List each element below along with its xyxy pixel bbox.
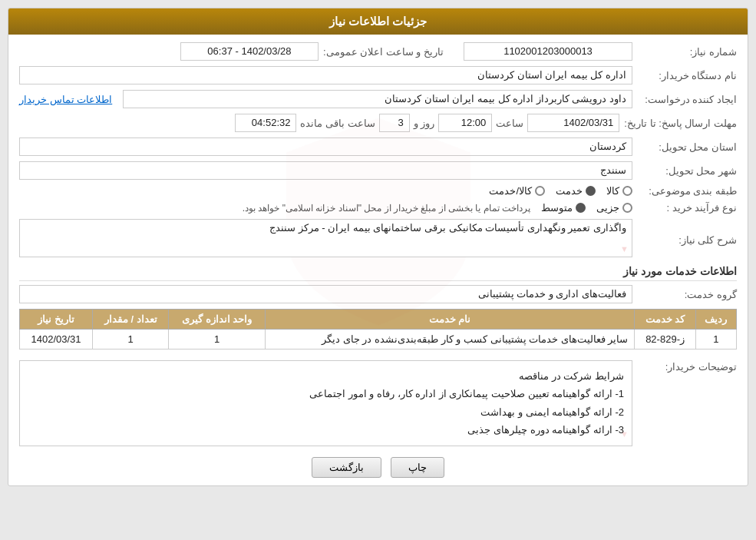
card-title: جزئیات اطلاعات نیاز <box>8 8 748 35</box>
saat-label: ساعت <box>496 118 523 129</box>
radio-khadamat-label: خدمت <box>556 185 583 197</box>
tabaqe-label: طبقه بندی موضوعی: <box>637 185 737 197</box>
mohlat-label: مهلت ارسال پاسخ: تا تاریخ: <box>624 118 737 129</box>
page-wrapper: finder.net جزئیات اطلاعات نیاز شماره نیا… <box>0 0 756 540</box>
shomara-value: 1102001203000013 <box>464 42 632 61</box>
col-kod: کد خدمت <box>635 310 695 330</box>
ijad-konande-row: ایجاد کننده درخواست: داود درویشی کاربردا… <box>19 90 737 108</box>
btn-bazgasht[interactable]: بازگشت <box>312 457 381 478</box>
cell-radif: 1 <box>695 330 736 350</box>
radio-jozvi-label: جزیی <box>596 202 619 214</box>
main-card: finder.net جزئیات اطلاعات نیاز شماره نیا… <box>8 8 748 486</box>
tarikh-saat-value: 1402/03/28 - 06:37 <box>180 42 319 61</box>
col-tedad: تعداد / مقدار <box>93 310 169 330</box>
cell-tarikh: 1402/03/31 <box>20 330 93 350</box>
btn-chap[interactable]: چاپ <box>391 457 444 478</box>
date-value: 1402/03/31 <box>527 114 619 132</box>
nav-farayand-label: نوع فرآیند خرید : <box>637 202 737 214</box>
radio-jozvi-circle[interactable] <box>622 203 632 213</box>
radio-khadamat-item: خدمت <box>556 185 596 197</box>
col-vahed: واحد اندازه گیری <box>169 310 265 330</box>
tosih-row: توضیحات خریدار: ▼ شرایط شرکت در مناقصه1-… <box>19 357 737 446</box>
col-radif: ردیف <box>695 310 736 330</box>
name-dastgah-row: نام دستگاه خریدار: اداره کل بیمه ایران ا… <box>19 66 737 84</box>
ijad-konande-value: داود درویشی کاربرداز اداره کل بیمه ایران… <box>123 90 632 108</box>
sharh-label: شرح کلی نیاز: <box>637 230 737 246</box>
name-dastgah-label: نام دستگاه خریدار: <box>637 70 737 81</box>
radio-motavaset-circle[interactable] <box>576 203 586 213</box>
shomara-label: شماره نیاز: <box>637 46 737 58</box>
radio-motavaset-label: متوسط <box>541 202 573 214</box>
tarikh-saat-label: تاریخ و ساعت اعلان عمومی: <box>323 46 444 58</box>
shomara-row: شماره نیاز: 1102001203000013 تاریخ و ساع… <box>19 42 737 61</box>
ettelaat-tamas-link[interactable]: اطلاعات تماس خریدار <box>19 94 112 105</box>
cell-tedad: 1 <box>93 330 169 350</box>
radio-jozvi-item: جزیی <box>596 202 632 214</box>
tosih-label: توضیحات خریدار: <box>637 357 737 373</box>
ijad-konande-label: ایجاد کننده درخواست: <box>637 94 737 105</box>
tosih-value: ▼ شرایط شرکت در مناقصه1- ارائه گواهینامه… <box>19 360 632 446</box>
cell-vahed: 1 <box>169 330 265 350</box>
radio-kala-khadamat-circle[interactable] <box>535 186 545 196</box>
sharh-value: ▼ واگذاری تعمیر ونگهداری تأسیسات مکانیکی… <box>19 219 632 257</box>
radio-kala-khadamat-item: کالا/خدمت <box>489 185 545 197</box>
col-tarikh: تاریخ نیاز <box>20 310 93 330</box>
radio-kala-label: کالا <box>606 185 619 197</box>
sharh-row: شرح کلی نیاز: ▼ واگذاری تعمیر ونگهداری ت… <box>19 219 737 257</box>
shahr-label: شهر محل تحویل: <box>637 165 737 177</box>
radio-kala-circle[interactable] <box>622 186 632 196</box>
gorooh-label: گروه خدمت: <box>637 289 737 300</box>
ostan-label: استان محل تحویل: <box>637 141 737 153</box>
radio-kala-khadamat-label: کالا/خدمت <box>489 185 532 197</box>
radio-kala-item: کالا <box>606 185 632 197</box>
cell-kod: ز-829-82 <box>635 330 695 350</box>
btn-row: چاپ بازگشت <box>19 457 737 478</box>
radio-motavaset-item: متوسط <box>541 202 586 214</box>
name-dastgah-value: اداره کل بیمه ایران استان کردستان <box>19 66 632 84</box>
radio-khadamat-circle[interactable] <box>586 186 596 196</box>
